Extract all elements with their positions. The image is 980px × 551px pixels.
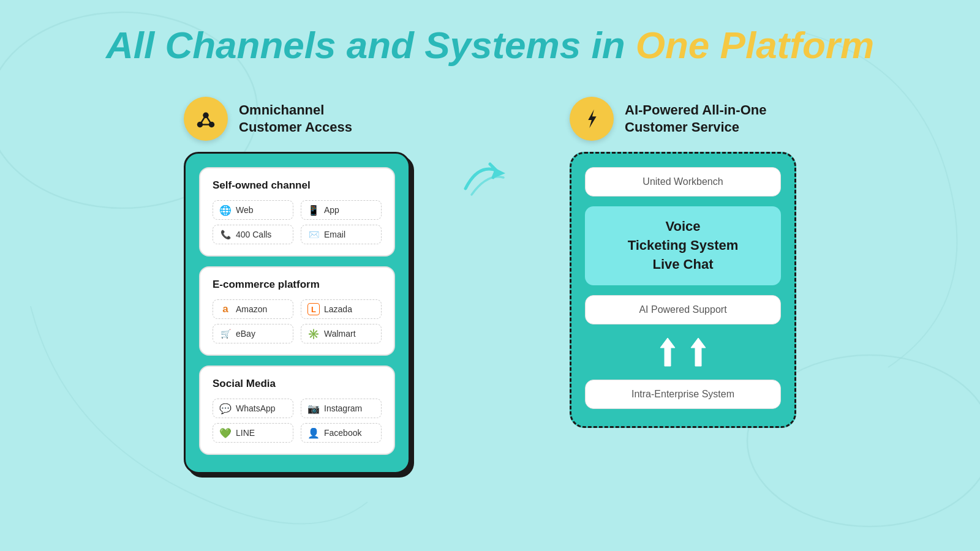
svg-marker-8 bbox=[588, 110, 596, 128]
phone-icon: 📞 bbox=[219, 228, 232, 241]
social-media-title: Social Media bbox=[213, 378, 382, 390]
channel-app-label: App bbox=[324, 205, 339, 215]
channel-email: ✉️ Email bbox=[301, 225, 382, 244]
self-owned-title: Self-owned channel bbox=[213, 179, 382, 192]
line-icon: 💚 bbox=[219, 427, 232, 439]
omnichannel-icon bbox=[184, 97, 228, 141]
ecommerce-title: E-commerce platform bbox=[213, 279, 382, 291]
united-workbench-card: United Workbench bbox=[585, 167, 781, 197]
channel-instagram: 📷 Instagram bbox=[301, 399, 382, 418]
channel-ebay: 🛒 eBay bbox=[213, 324, 293, 343]
svg-line-5 bbox=[200, 115, 206, 124]
channel-ebay-label: eBay bbox=[236, 329, 255, 339]
channel-amazon-label: Amazon bbox=[236, 304, 267, 314]
globe-icon: 🌐 bbox=[219, 204, 232, 216]
channel-email-label: Email bbox=[324, 230, 345, 239]
ai-powered-icon bbox=[570, 97, 614, 141]
lightning-svg bbox=[580, 107, 603, 130]
left-column: Omnichannel Customer Access Self-owned c… bbox=[184, 97, 410, 474]
channel-whatsapp-label: WhatsApp bbox=[236, 403, 276, 413]
svg-marker-10 bbox=[691, 338, 706, 366]
channel-lazada: L Lazada bbox=[301, 299, 382, 319]
facebook-icon: 👤 bbox=[307, 427, 320, 439]
data-flow-arrows bbox=[585, 334, 781, 370]
core-services-text: Voice Ticketing System Live Chat bbox=[597, 217, 769, 274]
middle-arrow bbox=[459, 152, 521, 201]
arrow-up-1 bbox=[658, 337, 677, 367]
channel-facebook-label: Facebook bbox=[324, 428, 361, 438]
channel-amazon: a Amazon bbox=[213, 299, 293, 319]
channel-app: 📱 App bbox=[301, 200, 382, 220]
right-card-container: United Workbench Voice Ticketing System … bbox=[570, 152, 796, 427]
title-part2: One Platform bbox=[636, 24, 874, 66]
page-title: All Channels and Systems in One Platform bbox=[106, 24, 874, 66]
channel-web: 🌐 Web bbox=[213, 200, 293, 220]
instagram-icon: 📷 bbox=[307, 402, 320, 414]
core-services-card: Voice Ticketing System Live Chat bbox=[585, 206, 781, 285]
app-icon: 📱 bbox=[307, 204, 320, 216]
channel-lazada-label: Lazada bbox=[324, 304, 352, 314]
channel-web-label: Web bbox=[236, 205, 254, 215]
ai-powered-support-label: AI Powered Support bbox=[639, 304, 726, 315]
title-part1: All Channels and Systems in bbox=[106, 24, 636, 66]
walmart-icon: ✳️ bbox=[307, 328, 320, 340]
svg-marker-9 bbox=[660, 338, 675, 366]
united-workbench-label: United Workbench bbox=[643, 176, 723, 187]
channel-facebook: 👤 Facebook bbox=[301, 423, 382, 443]
channel-line: 💚 LINE bbox=[213, 423, 293, 443]
left-card-container: Self-owned channel 🌐 Web 📱 App 📞 400 bbox=[184, 152, 410, 474]
channel-whatsapp: 💬 WhatsApp bbox=[213, 399, 293, 418]
social-media-grid: 💬 WhatsApp 📷 Instagram 💚 LINE 👤 bbox=[213, 399, 382, 443]
right-col-header: AI-Powered All-in-One Customer Service bbox=[570, 97, 766, 141]
ebay-icon: 🛒 bbox=[219, 328, 232, 340]
arrow-up-2 bbox=[688, 337, 708, 367]
self-owned-section: Self-owned channel 🌐 Web 📱 App 📞 400 bbox=[199, 167, 395, 257]
self-owned-grid: 🌐 Web 📱 App 📞 400 Calls ✉️ bbox=[213, 200, 382, 244]
right-column: AI-Powered All-in-One Customer Service U… bbox=[570, 97, 796, 427]
lazada-icon: L bbox=[307, 303, 320, 315]
intra-enterprise-card: Intra-Enterprise System bbox=[585, 380, 781, 409]
ai-powered-support-card: AI Powered Support bbox=[585, 295, 781, 324]
left-col-header: Omnichannel Customer Access bbox=[184, 97, 352, 141]
channel-400calls-label: 400 Calls bbox=[236, 230, 271, 239]
ecommerce-grid: a Amazon L Lazada 🛒 eBay ✳️ bbox=[213, 299, 382, 343]
flow-arrow-svg bbox=[459, 152, 521, 201]
hub-svg bbox=[194, 107, 217, 130]
intra-enterprise-label: Intra-Enterprise System bbox=[631, 389, 734, 399]
email-icon: ✉️ bbox=[307, 228, 320, 241]
whatsapp-icon: 💬 bbox=[219, 402, 232, 414]
channel-walmart-label: Walmart bbox=[324, 329, 356, 339]
right-col-title: AI-Powered All-in-One Customer Service bbox=[625, 102, 766, 137]
channel-400calls: 📞 400 Calls bbox=[213, 225, 293, 244]
left-col-title: Omnichannel Customer Access bbox=[239, 102, 352, 137]
channel-line-label: LINE bbox=[236, 428, 255, 438]
channel-instagram-label: Instagram bbox=[324, 403, 362, 413]
svg-line-6 bbox=[206, 115, 212, 124]
channel-walmart: ✳️ Walmart bbox=[301, 324, 382, 343]
ecommerce-section: E-commerce platform a Amazon L Lazada 🛒 bbox=[199, 266, 395, 356]
amazon-icon: a bbox=[219, 303, 232, 315]
social-media-section: Social Media 💬 WhatsApp 📷 Instagram 💚 bbox=[199, 365, 395, 455]
